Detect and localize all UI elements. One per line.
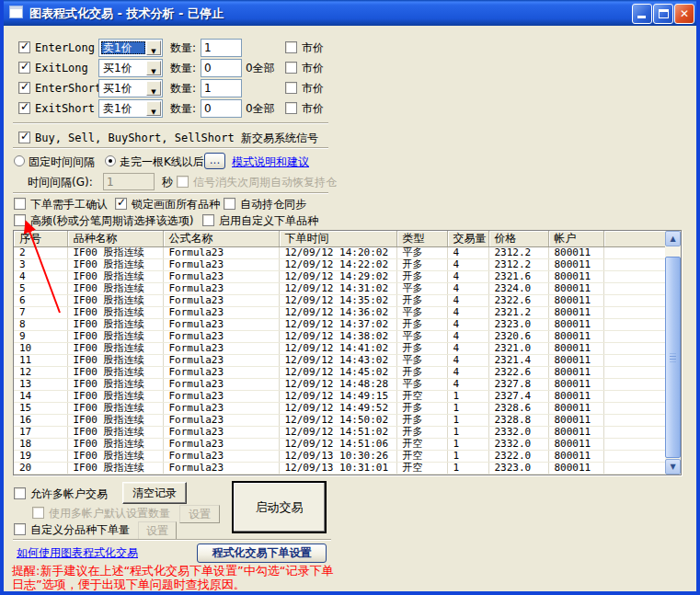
bottom-row-2: 使用多帐户默认设置数量 设置 xyxy=(0,504,700,522)
auto-position-sync-label[interactable]: 自动持仓同步 xyxy=(240,197,306,212)
entershort-qty-input[interactable] xyxy=(201,79,242,97)
column-header[interactable]: 交易量 xyxy=(447,231,488,247)
entershort-checkbox[interactable] xyxy=(18,82,30,94)
column-header[interactable]: 价格 xyxy=(488,231,548,247)
table-row[interactable]: 3IF00 股指连续Formula2312/09/12 14:22:02开多42… xyxy=(14,259,665,271)
exitlong-checkbox[interactable] xyxy=(18,62,30,74)
table-row[interactable]: 8IF00 股指连续Formula2312/09/12 14:37:02开多42… xyxy=(14,319,665,331)
table-row[interactable]: 15IF00 股指连续Formula2312/09/12 14:49:52开多1… xyxy=(14,403,665,415)
table-row[interactable]: 17IF00 股指连续Formula2312/09/12 14:51:02开多1… xyxy=(14,427,665,439)
table-row[interactable]: 16IF00 股指连续Formula2312/09/12 14:50:02开多1… xyxy=(14,415,665,427)
enterlong-label[interactable]: EnterLong xyxy=(35,40,95,55)
column-header[interactable]: 下单时间 xyxy=(279,231,396,247)
mode-help-link[interactable]: 模式说明和建议 xyxy=(232,154,309,169)
custom-order-symbols-label[interactable]: 启用自定义下单品种 xyxy=(219,213,318,228)
scrollbar-thumb[interactable] xyxy=(665,257,681,458)
market-price-label[interactable]: 市价 xyxy=(302,81,324,96)
enterlong-checkbox[interactable] xyxy=(18,41,30,53)
manual-confirm-label[interactable]: 下单需手工确认 xyxy=(30,197,108,212)
table-cell: 平多 xyxy=(396,355,447,367)
table-row[interactable]: 11IF00 股指连续Formula2312/09/12 14:43:02平多4… xyxy=(14,355,665,367)
entershort-price-select[interactable]: 买1价 xyxy=(98,79,163,97)
table-row[interactable]: 12IF00 股指连续Formula2312/09/12 14:45:02开多4… xyxy=(14,367,665,379)
usage-help-link[interactable]: 如何使用图表程式化交易 xyxy=(17,545,138,560)
column-header[interactable] xyxy=(603,231,665,247)
table-row[interactable]: 19IF00 股指连续Formula2312/09/13 10:30:26开空1… xyxy=(14,451,665,463)
exitshort-price-select[interactable]: 卖1价 xyxy=(98,99,163,118)
entershort-label[interactable]: EnterShort xyxy=(35,81,101,96)
exitlong-label[interactable]: ExitLong xyxy=(35,61,88,75)
chevron-down-icon[interactable] xyxy=(146,81,161,96)
scrollbar-up-button[interactable]: ▲ xyxy=(665,231,681,246)
fixed-interval-radio[interactable] xyxy=(14,155,25,166)
signal-restore-checkbox[interactable] xyxy=(177,176,189,188)
exitshort-qty-input[interactable] xyxy=(201,99,242,118)
enterlong-qty-input[interactable] xyxy=(201,39,242,57)
scrollbar-down-button[interactable]: ▼ xyxy=(665,459,681,475)
column-header[interactable]: 品种名称 xyxy=(67,231,163,247)
minimize-button[interactable] xyxy=(632,4,652,24)
table-cell: 2320.6 xyxy=(488,331,548,343)
auto-position-sync-checkbox[interactable] xyxy=(224,198,235,210)
enterlong-price-select[interactable]: 卖1价 xyxy=(98,39,163,57)
column-header[interactable]: 序号 xyxy=(14,231,67,247)
manual-confirm-checkbox[interactable] xyxy=(14,198,26,210)
table-row[interactable]: 14IF00 股指连续Formula2312/09/12 14:49:15开空1… xyxy=(14,391,665,403)
fixed-interval-label[interactable]: 固定时间间隔 xyxy=(29,154,95,169)
custom-order-symbols-checkbox[interactable] xyxy=(202,214,214,226)
exitshort-checkbox[interactable] xyxy=(18,102,30,114)
divider xyxy=(13,539,331,541)
table-row[interactable]: 13IF00 股指连续Formula2312/09/12 14:48:28平多4… xyxy=(14,379,665,391)
enterlong-market-checkbox[interactable] xyxy=(285,41,297,53)
after-bar-close-radio[interactable] xyxy=(105,155,116,166)
table-row[interactable]: 9IF00 股指连续Formula2312/09/12 14:38:02平多42… xyxy=(14,331,665,343)
entershort-market-checkbox[interactable] xyxy=(285,82,297,94)
custom-per-symbol-qty-label[interactable]: 自定义分品种下单量 xyxy=(30,522,130,537)
table-row[interactable]: 2IF00 股指连续Formula2312/09/12 14:20:02平多42… xyxy=(14,247,665,259)
lock-all-symbols-checkbox[interactable] xyxy=(115,198,127,210)
custom-per-symbol-qty-checkbox[interactable] xyxy=(14,523,26,535)
table-row[interactable]: 7IF00 股指连续Formula2312/09/12 14:36:02平多42… xyxy=(14,307,665,319)
close-button[interactable]: ✕ xyxy=(674,4,694,24)
maximize-button[interactable] xyxy=(653,4,673,24)
exitlong-price-select[interactable]: 买1价 xyxy=(98,59,163,77)
table-row[interactable]: 20IF00 股指连续Formula2312/09/13 10:31:01开空1… xyxy=(14,463,665,475)
high-freq-checkbox[interactable] xyxy=(14,214,26,226)
allow-multi-account-label[interactable]: 允许多帐户交易 xyxy=(30,486,108,501)
table-row[interactable]: 4IF00 股指连续Formula2312/09/12 14:29:02开多42… xyxy=(14,271,665,283)
more-options-button[interactable]: ... xyxy=(204,153,225,169)
chevron-down-icon[interactable] xyxy=(146,101,161,116)
allow-multi-account-checkbox[interactable] xyxy=(14,487,26,499)
clear-records-button[interactable]: 清空记录 xyxy=(122,482,187,504)
interval-input[interactable] xyxy=(103,173,155,190)
chevron-down-icon[interactable] xyxy=(146,61,161,75)
table-cell xyxy=(603,283,665,295)
high-freq-label[interactable]: 高频(秒或分笔周期请选择该选项) xyxy=(30,213,193,228)
market-price-label[interactable]: 市价 xyxy=(302,101,324,116)
column-header[interactable]: 公式名称 xyxy=(163,231,279,247)
order-config-row: EnterLong 卖1价 数量: 市价 xyxy=(0,39,700,57)
after-bar-close-label[interactable]: 走完一根K线以后 xyxy=(120,154,204,169)
column-header[interactable]: 类型 xyxy=(396,231,447,247)
multi-account-default-qty-checkbox[interactable] xyxy=(32,507,44,519)
exitshort-label[interactable]: ExitShort xyxy=(35,101,95,116)
chevron-down-icon[interactable] xyxy=(146,40,161,55)
table-row[interactable]: 18IF00 股指连续Formula2312/09/12 14:51:06开空1… xyxy=(14,439,665,451)
market-price-label[interactable]: 市价 xyxy=(302,61,324,75)
column-header[interactable]: 帐户 xyxy=(548,231,603,247)
table-cell: 2321.4 xyxy=(488,355,548,367)
new-signal-checkbox[interactable] xyxy=(18,132,30,143)
exitlong-market-checkbox[interactable] xyxy=(285,62,297,74)
exitlong-qty-input[interactable] xyxy=(201,59,242,77)
exitshort-market-checkbox[interactable] xyxy=(285,102,297,114)
per-symbol-set-button[interactable]: 设置 xyxy=(138,521,177,540)
lock-all-symbols-label[interactable]: 锁定画面所有品种 xyxy=(132,197,220,212)
table-row[interactable]: 6IF00 股指连续Formula2312/09/12 14:35:02开多42… xyxy=(14,295,665,307)
table-row[interactable]: 10IF00 股指连续Formula2312/09/12 14:41:02开多4… xyxy=(14,343,665,355)
market-price-label[interactable]: 市价 xyxy=(302,40,324,55)
order-settings-button[interactable]: 程式化交易下单设置 xyxy=(197,544,327,563)
new-signal-label[interactable]: Buy, Sell, BuyShort, SellShort 新交易系统信号 xyxy=(35,131,318,145)
table-row[interactable]: 5IF00 股指连续Formula2312/09/12 14:31:02平多42… xyxy=(14,283,665,295)
start-trading-button[interactable]: 启动交易 xyxy=(232,481,327,533)
table-cell: 12/09/12 14:35:02 xyxy=(279,295,396,307)
